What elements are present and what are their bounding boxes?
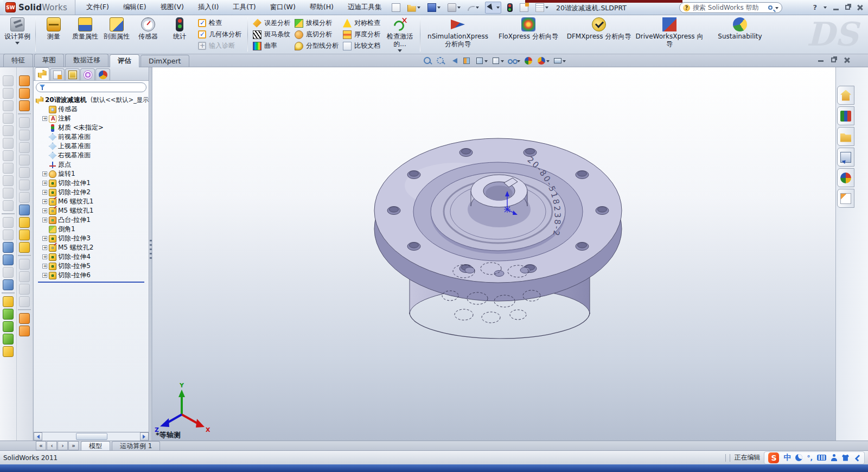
scroll-thumb[interactable] [76, 433, 107, 440]
expand-toggle[interactable] [42, 208, 47, 213]
paperclip-icon[interactable] [3, 346, 14, 357]
curvature-button[interactable]: 曲率 [253, 41, 290, 51]
zebra-stripes-button[interactable]: 斑马条纹 [253, 29, 290, 40]
tree-item[interactable]: 切除-拉伸1 [36, 178, 148, 188]
tree-item[interactable]: 切除-拉伸6 [36, 271, 148, 280]
checkbox-icon[interactable] [198, 19, 206, 27]
tree-item[interactable]: 凸台-拉伸1 [36, 215, 148, 225]
display-manager-tab[interactable] [95, 68, 110, 80]
magnet-icon[interactable] [19, 142, 30, 153]
clamp-icon[interactable] [19, 259, 30, 270]
wedge-icon[interactable] [19, 75, 30, 86]
separator[interactable] [2, 213, 15, 215]
tab-features[interactable]: 特征 [3, 54, 33, 67]
dropdown-caret[interactable] [398, 49, 402, 54]
printer-icon[interactable] [3, 254, 14, 265]
menu-item[interactable]: 插入(I) [198, 3, 219, 12]
dropdown-caret[interactable] [484, 60, 488, 64]
view-orientation-icon[interactable] [474, 55, 488, 66]
cube-face-icon[interactable] [19, 88, 30, 99]
design-library-tab-icon[interactable] [837, 127, 854, 146]
help-button[interactable]: ? [813, 3, 817, 11]
checkbox-icon[interactable] [198, 30, 206, 39]
sogou-logo-icon[interactable]: S [768, 452, 779, 463]
thickness-analysis-button[interactable]: 厚度分析 [343, 29, 380, 40]
compare-documents-button[interactable]: 比较文档 [343, 41, 380, 51]
separator[interactable] [18, 113, 31, 115]
menu-item[interactable]: 窗口(W) [270, 3, 296, 12]
boss-cube-icon[interactable] [19, 217, 30, 228]
gear-icon[interactable] [3, 125, 14, 136]
skin-icon[interactable] [842, 455, 849, 461]
hide-show-items-icon[interactable] [507, 55, 521, 66]
expand-toggle[interactable] [42, 264, 47, 269]
dropdown-caret[interactable] [496, 7, 500, 10]
tree-item[interactable]: 上视基准面 [36, 142, 148, 151]
driveworksxpress-wizard-button[interactable]: DriveWorksXpress 向导 [635, 16, 704, 49]
text-doc-icon[interactable] [3, 267, 14, 278]
tree-item[interactable]: 材质 <未指定> [36, 123, 148, 132]
section-properties-button[interactable]: 剖面属性 [101, 16, 132, 41]
expand-toggle[interactable] [42, 218, 47, 222]
mass-properties-button[interactable]: 质量属性 [70, 16, 100, 41]
expand-toggle[interactable] [42, 236, 47, 241]
measure-button[interactable]: 测量 [39, 16, 69, 41]
doc-restore-button[interactable] [831, 58, 836, 62]
user-icon[interactable] [831, 454, 838, 461]
tree-item[interactable]: M5 螺纹孔1 [36, 206, 148, 215]
minimize-button[interactable] [833, 9, 839, 10]
previous-tab-button[interactable]: ‹ [47, 441, 57, 450]
pattern-icon[interactable] [19, 242, 30, 253]
tree-item[interactable]: 旋转1 [36, 169, 148, 178]
dimxpert-manager-tab[interactable] [80, 68, 95, 80]
close-button[interactable] [857, 4, 863, 10]
view-settings-icon[interactable] [552, 55, 566, 66]
disc-icon[interactable] [19, 296, 30, 307]
deviation-analysis-button[interactable]: 误差分析 [253, 18, 290, 28]
separator[interactable] [2, 292, 15, 294]
doc-minimize-button[interactable] [818, 60, 824, 62]
plane-icon[interactable] [19, 180, 30, 190]
bell-icon[interactable] [19, 100, 30, 111]
dropdown-caret[interactable] [563, 60, 566, 64]
gear-pair-icon[interactable] [3, 150, 14, 161]
tree-item[interactable]: 前视基准面 [36, 132, 148, 142]
tree-item[interactable]: M6 螺纹孔1 [36, 197, 148, 206]
options-icon[interactable] [534, 2, 550, 13]
undo-icon[interactable] [467, 3, 480, 12]
check-active-document-button[interactable]: 检查激活的... [382, 16, 417, 55]
restore-button[interactable] [845, 5, 850, 10]
sustainability-button[interactable]: Sustainability [705, 16, 775, 41]
menu-item[interactable]: 编辑(E) [123, 3, 146, 12]
model-3d[interactable]: 20-80-518238-2 Y X [152, 67, 835, 441]
hub-icon[interactable] [3, 175, 14, 186]
tree-item[interactable]: 倒角1 [36, 225, 148, 234]
tree-item[interactable]: 原点 [36, 160, 148, 169]
expand-toggle[interactable] [42, 245, 47, 250]
edit-appearance-icon[interactable] [523, 55, 534, 66]
geometry-analysis-checkbox[interactable]: 几何体分析 [198, 30, 241, 40]
keyboard-icon[interactable] [817, 455, 826, 461]
notebook-icon[interactable] [3, 279, 14, 290]
display-style-icon[interactable] [490, 55, 505, 66]
assembly-icon[interactable] [3, 113, 14, 124]
checkbox-icon[interactable] [198, 42, 206, 50]
tree-filter-input[interactable] [47, 84, 143, 91]
spring-icon[interactable] [3, 188, 14, 199]
tab-sketch[interactable]: 草图 [34, 54, 64, 67]
tab-data-migration[interactable]: 数据迁移 [65, 54, 108, 67]
floxpress-wizard-button[interactable]: FloXpress 分析向导 [494, 16, 563, 41]
tree-item[interactable]: 切除-拉伸4 [36, 252, 148, 261]
print-icon[interactable] [446, 2, 462, 13]
expand-toggle[interactable] [42, 254, 47, 259]
separator[interactable] [18, 255, 31, 257]
binoculars-icon[interactable] [3, 229, 14, 240]
moon-icon[interactable] [795, 454, 802, 461]
last-tab-button[interactable]: » [68, 441, 79, 450]
dropdown-caret[interactable] [437, 7, 441, 10]
expand-toggle[interactable] [42, 190, 47, 195]
sensor-button[interactable]: 传感器 [133, 16, 163, 41]
tree-item[interactable]: 传感器 [36, 105, 148, 114]
file-properties-icon[interactable] [519, 2, 529, 13]
scroll-left-arrow[interactable] [34, 432, 42, 441]
